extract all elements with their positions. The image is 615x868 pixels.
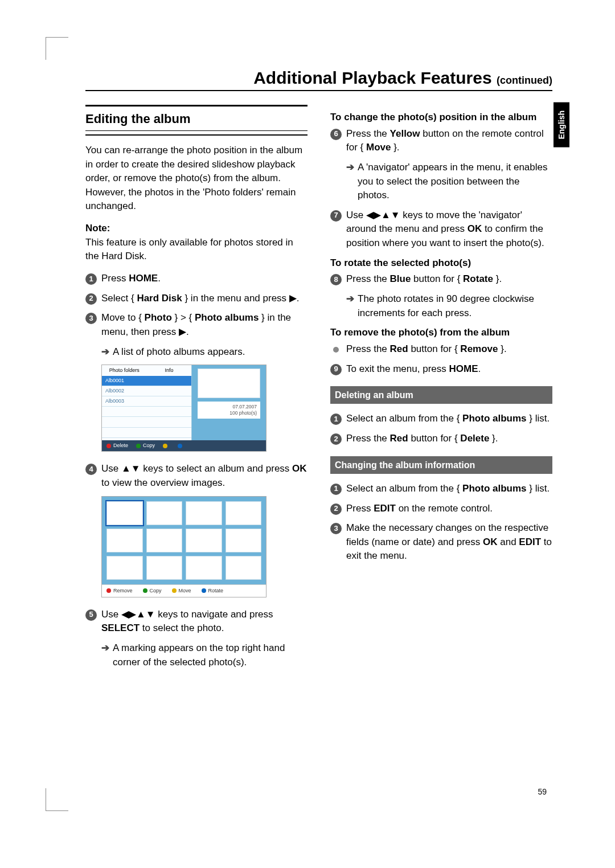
t: }. <box>493 273 502 284</box>
album-list-screenshot: Photo folders Info Alb0001 Alb0002 Alb00… <box>101 365 266 452</box>
change-step-3: 3 Make the necessary changes on the resp… <box>330 521 552 563</box>
step-number-1: 1 <box>330 413 342 425</box>
step-remove-text: Press the Red button for { Remove }. <box>346 342 552 357</box>
ss2-btn-move: Move <box>172 587 191 595</box>
ss1-btn-blue <box>178 442 184 449</box>
t: Photo albums <box>195 312 259 323</box>
t: Use ◀▶▲▼ keys to navigate and press <box>101 609 273 620</box>
ss2-btn-copy: Copy <box>143 587 162 595</box>
step-2: 2 Select { Hard Disk } in the menu and p… <box>85 292 308 306</box>
step-number-9: 9 <box>330 364 342 375</box>
ss2-cell <box>226 556 262 580</box>
intro-paragraph: You can re-arrange the photo position in… <box>85 144 308 214</box>
right-column: To change the photo(s) position in the a… <box>330 105 552 675</box>
result-text: A 'navigator' appears in the menu, it en… <box>358 161 552 203</box>
ss2-cell <box>226 501 262 525</box>
t: to view the overview images. <box>101 477 225 488</box>
t: Hard Disk <box>137 293 182 304</box>
t: HOME <box>449 363 478 374</box>
t: Remove <box>460 343 498 354</box>
bullet-dot <box>333 347 339 353</box>
step-4-text: Use ▲▼ keys to select an album and press… <box>101 462 308 490</box>
ss2-cell <box>226 529 262 552</box>
step-6: 6 Press the Yellow button on the remote … <box>330 127 552 155</box>
t: }. <box>391 142 399 153</box>
t: Press EDIT on the remote control. <box>346 502 552 516</box>
step-6-result: ➔ A 'navigator' appears in the menu, it … <box>346 161 552 203</box>
t: } list. <box>527 413 550 424</box>
subhead-remove: To remove the photo(s) from the album <box>330 326 552 340</box>
ss1-count: 100 photo(s) <box>229 410 257 416</box>
ss1-tab-info: Info <box>147 365 192 376</box>
step-9-text: To exit the menu, press HOME. <box>346 362 552 376</box>
step-number-2: 2 <box>330 503 342 515</box>
t: . <box>158 273 161 284</box>
step-4: 4 Use ▲▼ keys to select an album and pre… <box>85 462 308 490</box>
t: Press the <box>346 343 390 354</box>
result-arrow-icon: ➔ <box>101 641 109 669</box>
step-number-3: 3 <box>330 523 342 534</box>
t: button for { <box>408 433 461 444</box>
t: Red <box>390 433 408 444</box>
ss1-row-2: Alb0003 <box>102 396 191 407</box>
step-number-5: 5 <box>85 609 97 621</box>
result-arrow-icon: ➔ <box>346 292 354 320</box>
ss1-thumbnail <box>198 369 260 398</box>
result-text: A marking appears on the top right hand … <box>113 641 308 669</box>
t: Press the <box>346 128 390 139</box>
left-column: Editing the album You can re-arrange the… <box>85 105 308 675</box>
t: Blue <box>390 273 411 284</box>
ss1-row-0: Alb0001 <box>102 376 191 386</box>
t: Select an album from the { <box>346 413 462 424</box>
ss2-cell <box>186 529 222 552</box>
step-2-text: Select { Hard Disk } in the menu and pre… <box>101 292 308 306</box>
ss1-info: 07.07.2007 100 photo(s) <box>198 402 260 419</box>
step-8: 8 Press the Blue button for { Rotate }. <box>330 272 552 286</box>
bar-deleting-album: Deleting an album <box>330 386 552 404</box>
title-continued: (continued) <box>497 75 552 86</box>
t: button for { <box>408 343 461 354</box>
t: Press the <box>346 273 390 284</box>
step-8-result: ➔ The photo rotates in 90 degree clockwi… <box>346 292 552 320</box>
result-arrow-icon: ➔ <box>346 161 354 203</box>
step-3-result: ➔ A list of photo albums appears. <box>101 345 308 359</box>
step-5: 5 Use ◀▶▲▼ keys to navigate and press SE… <box>85 608 308 636</box>
ss1-btn-copy: Copy <box>136 442 155 449</box>
step-number-6: 6 <box>330 129 342 140</box>
t: Photo albums <box>462 483 526 494</box>
t: Photo albums <box>462 413 526 424</box>
t: Press the Red button for { Delete }. <box>346 432 552 446</box>
t: Select { <box>101 293 137 304</box>
t: on the remote control. <box>396 503 493 514</box>
step-5-text: Use ◀▶▲▼ keys to navigate and press SELE… <box>101 608 308 636</box>
change-step-1: 1 Select an album from the { Photo album… <box>330 482 552 496</box>
step-number-1: 1 <box>330 484 342 495</box>
ss1-btn-delete: Delete <box>106 442 128 449</box>
ss2-footer: Remove Copy Move Rotate <box>102 584 266 597</box>
step-3-text: Move to { Photo } > { Photo albums } in … <box>101 311 308 339</box>
t: Move <box>366 142 391 153</box>
step-number-4: 4 <box>85 464 97 475</box>
note-paragraph: Note: This feature is only available for… <box>85 222 308 264</box>
ss1-btn-yellow <box>163 442 170 449</box>
t: and <box>498 537 519 547</box>
step-1: 1 Press HOME. <box>85 272 308 286</box>
step-5-result: ➔ A marking appears on the top right han… <box>101 641 308 669</box>
step-3: 3 Move to { Photo } > { Photo albums } i… <box>85 311 308 339</box>
ss2-cell <box>146 556 183 580</box>
t: } in the menu and press ▶. <box>182 293 300 304</box>
thumbnail-grid-screenshot: Remove Copy Move Rotate <box>101 496 266 597</box>
t: EDIT <box>374 503 396 514</box>
step-number-1: 1 <box>85 273 97 285</box>
result-text: A list of photo albums appears. <box>113 345 245 359</box>
ss1-row-1: Alb0002 <box>102 386 191 396</box>
t: To exit the menu, press <box>346 363 449 374</box>
t: OK <box>483 537 498 547</box>
t: Make the necessary changes on the respec… <box>346 521 552 563</box>
page-number: 59 <box>538 787 547 796</box>
t: Rotate <box>463 273 493 284</box>
ss2-cell <box>186 501 222 525</box>
delete-step-2: 2 Press the Red button for { Delete }. <box>330 432 552 446</box>
note-label: Note: <box>85 223 110 234</box>
ss2-cell <box>146 501 183 525</box>
